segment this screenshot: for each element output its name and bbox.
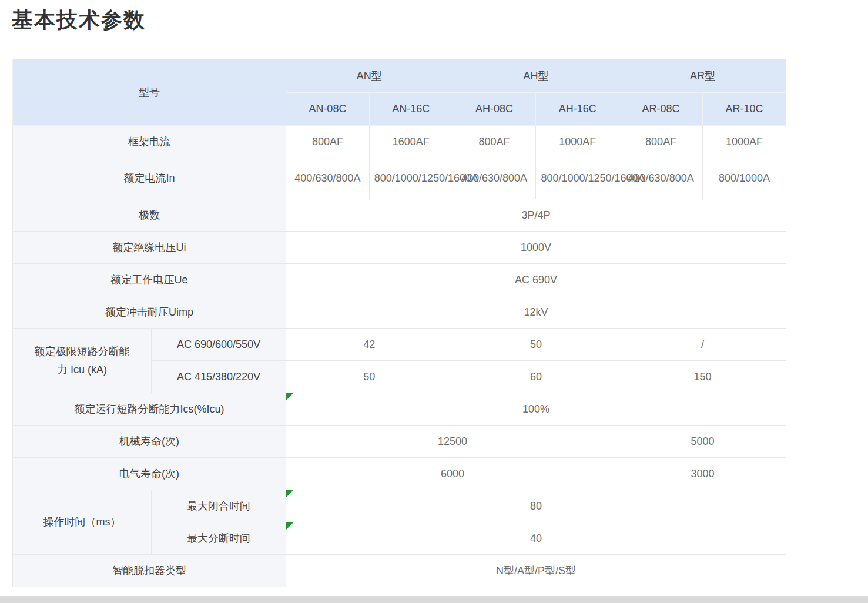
label-impulse-voltage: 额定冲击耐压Uimp: [13, 296, 286, 329]
row-working-voltage: 额定工作电压Ue AC 690V: [13, 264, 786, 296]
sublabel-max-break-time: 最大分断时间: [152, 522, 286, 555]
spec-table: 型号 AN型 AH型 AR型 AN-08C AN-16C AH-08C AH-1…: [12, 59, 786, 587]
cell-rated-current-3: 800/1000/1250/1600A: [536, 158, 619, 199]
cell-mechanical-life-ar: 5000: [619, 426, 786, 458]
header-cell-model-ar10c: AR-10C: [703, 93, 786, 126]
label-ics: 额定运行短路分断能力Ics(%Icu): [13, 393, 286, 426]
label-trip-unit: 智能脱扣器类型: [13, 555, 286, 587]
cell-icu-415-an: 50: [286, 361, 453, 393]
label-electrical-life: 电气寿命(次): [13, 458, 286, 490]
cell-frame-current-4: 800AF: [619, 126, 703, 158]
header-cell-group-an: AN型: [286, 59, 453, 93]
green-corner-marker-icon: [286, 522, 293, 530]
header-cell-model-ar08c: AR-08C: [619, 93, 703, 126]
cell-ics: 100%: [286, 393, 786, 426]
label-frame-current: 框架电流: [13, 126, 286, 158]
row-frame-current: 框架电流 800AF 1600AF 800AF 1000AF 800AF 100…: [13, 126, 786, 158]
cell-max-break-time-text: 40: [530, 532, 542, 544]
label-insulation-voltage: 额定绝缘电压Ui: [13, 232, 286, 264]
cell-frame-current-3: 1000AF: [536, 126, 619, 158]
cell-frame-current-2: 800AF: [453, 126, 536, 158]
cell-ics-text: 100%: [522, 403, 549, 415]
label-icu-text: 额定极限短路分断能力 Icu (kA): [30, 343, 135, 378]
label-working-voltage: 额定工作电压Ue: [13, 264, 286, 296]
cell-rated-current-4: 400/630/800A: [619, 158, 703, 199]
cell-electrical-life-anah: 6000: [286, 458, 619, 490]
row-mechanical-life: 机械寿命(次) 12500 5000: [13, 426, 786, 458]
label-poles: 极数: [13, 199, 286, 232]
sublabel-icu-690: AC 690/600/550V: [152, 329, 286, 361]
cell-max-close-time: 80: [286, 490, 786, 522]
row-electrical-life: 电气寿命(次) 6000 3000: [13, 458, 786, 490]
cell-frame-current-1: 1600AF: [369, 126, 453, 158]
cell-trip-unit: N型/A型/P型/S型: [286, 555, 786, 587]
cell-max-close-time-text: 80: [530, 500, 542, 512]
page-title: 基本技术参数: [12, 6, 146, 35]
header-cell-model-an08c: AN-08C: [286, 93, 370, 126]
row-insulation-voltage: 额定绝缘电压Ui 1000V: [13, 232, 786, 264]
row-rated-current: 额定电流In 400/630/800A 800/1000/1250/1600A …: [13, 158, 786, 199]
cell-icu-415-ah: 60: [453, 361, 619, 393]
cell-impulse-voltage: 12kV: [286, 296, 786, 329]
cell-mechanical-life-anah: 12500: [286, 426, 619, 458]
cell-rated-current-5: 800/1000A: [703, 158, 786, 199]
row-op-time-close: 操作时间（ms） 最大闭合时间 80: [13, 490, 786, 522]
row-impulse-voltage: 额定冲击耐压Uimp 12kV: [13, 296, 786, 329]
header-cell-model-an16c: AN-16C: [369, 93, 453, 126]
header-cell-group-ar: AR型: [619, 59, 786, 93]
cell-rated-current-0: 400/630/800A: [286, 158, 370, 199]
label-rated-current: 额定电流In: [13, 158, 286, 199]
cell-working-voltage: AC 690V: [286, 264, 786, 296]
cell-rated-current-2: 400/630/800A: [453, 158, 536, 199]
header-row-groups: 型号 AN型 AH型 AR型: [13, 59, 786, 93]
cell-max-break-time: 40: [286, 522, 786, 555]
cell-icu-690-ar: /: [619, 329, 786, 361]
cell-frame-current-0: 800AF: [286, 126, 370, 158]
cell-rated-current-1: 800/1000/1250/1600A: [369, 158, 453, 199]
cell-electrical-life-ar: 3000: [619, 458, 786, 490]
cell-frame-current-5: 1000AF: [703, 126, 786, 158]
row-icu-690: 额定极限短路分断能力 Icu (kA) AC 690/600/550V 42 5…: [13, 329, 786, 361]
cell-icu-690-ah: 50: [453, 329, 619, 361]
header-cell-group-ah: AH型: [453, 59, 619, 93]
label-op-time: 操作时间（ms）: [13, 490, 152, 555]
row-trip-unit: 智能脱扣器类型 N型/A型/P型/S型: [13, 555, 786, 587]
bottom-divider-band: [0, 596, 868, 603]
sublabel-icu-415: AC 415/380/220V: [152, 361, 286, 393]
green-corner-marker-icon: [286, 393, 293, 400]
cell-icu-415-ar: 150: [619, 361, 786, 393]
cell-poles: 3P/4P: [286, 199, 786, 232]
cell-icu-690-an: 42: [286, 329, 453, 361]
header-cell-model-ah08c: AH-08C: [453, 93, 536, 126]
row-poles: 极数 3P/4P: [13, 199, 786, 232]
sublabel-max-close-time: 最大闭合时间: [152, 490, 286, 522]
label-icu: 额定极限短路分断能力 Icu (kA): [13, 329, 152, 393]
cell-insulation-voltage: 1000V: [286, 232, 786, 264]
green-corner-marker-icon: [286, 490, 293, 497]
header-cell-model-ah16c: AH-16C: [536, 93, 619, 126]
header-cell-model: 型号: [13, 59, 286, 126]
row-ics: 额定运行短路分断能力Ics(%Icu) 100%: [13, 393, 786, 426]
label-mechanical-life: 机械寿命(次): [13, 426, 286, 458]
